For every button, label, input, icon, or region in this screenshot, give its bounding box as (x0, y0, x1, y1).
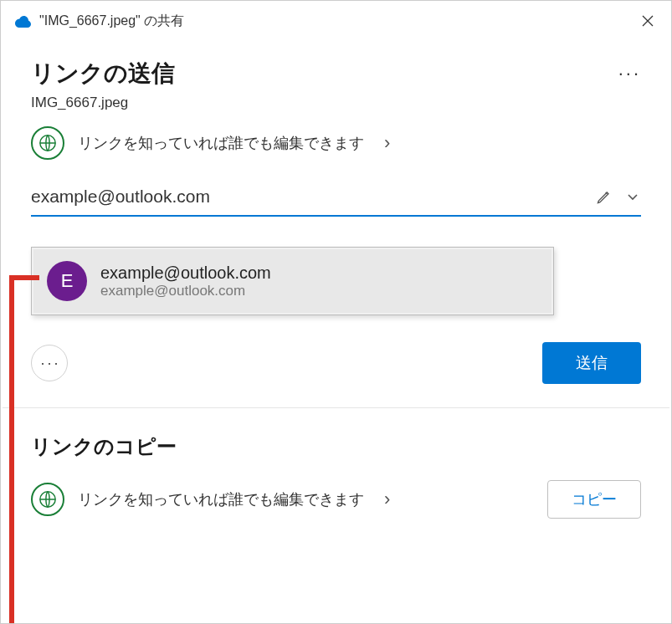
send-button[interactable]: 送信 (542, 342, 641, 384)
copy-link-section: リンクのコピー リンクを知っていれば誰でも編集できます › コピー (1, 408, 671, 519)
suggestion-name: example@outlook.com (100, 263, 271, 283)
chevron-right-icon: › (384, 488, 390, 510)
recipient-input-row (31, 182, 641, 217)
actions-row: ··· 送信 (31, 342, 641, 407)
suggestion-text: example@outlook.com example@outlook.com (100, 263, 271, 299)
copy-section-title: リンクのコピー (31, 433, 641, 460)
page-title: リンクの送信 (31, 58, 175, 90)
window-title: "IMG_6667.jpeg" の共有 (39, 13, 631, 30)
recipient-suggestion-dropdown: E example@outlook.com example@outlook.co… (31, 247, 554, 315)
suggestion-email: example@outlook.com (100, 283, 271, 299)
suggestion-item[interactable]: E example@outlook.com example@outlook.co… (33, 249, 551, 313)
filename-label: IMG_6667.jpeg (31, 95, 175, 111)
avatar: E (47, 261, 87, 301)
permission-settings-row[interactable]: リンクを知っていれば誰でも編集できます › (31, 126, 641, 160)
copy-button[interactable]: コピー (547, 480, 641, 519)
recipient-input[interactable] (31, 182, 594, 212)
titlebar: "IMG_6667.jpeg" の共有 (1, 1, 671, 41)
globe-icon (31, 126, 64, 160)
permission-text: リンクを知っていれば誰でも編集できます (78, 133, 364, 153)
permission-dropdown-icon[interactable] (624, 188, 641, 205)
close-button[interactable] (638, 11, 658, 31)
globe-icon (31, 483, 64, 516)
more-actions-button[interactable]: ··· (31, 345, 68, 381)
copy-permission-text: リンクを知っていれば誰でも編集できます (78, 489, 364, 509)
send-link-section: リンクの送信 IMG_6667.jpeg ··· リンクを知っていれば誰でも編集… (1, 41, 671, 407)
edit-permission-icon[interactable] (594, 187, 614, 207)
copy-link-row: リンクを知っていれば誰でも編集できます › コピー (31, 480, 641, 519)
more-options-button[interactable]: ··· (618, 58, 641, 84)
onedrive-icon (14, 14, 33, 28)
chevron-right-icon: › (384, 132, 390, 154)
